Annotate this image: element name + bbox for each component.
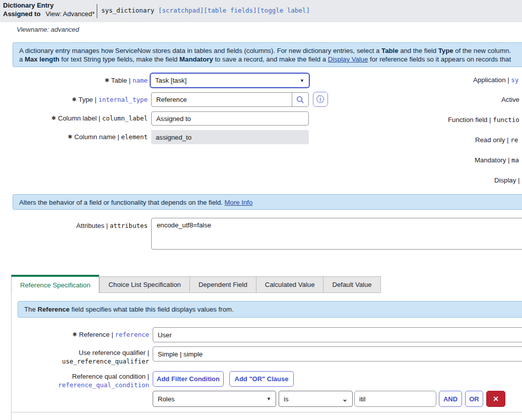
info-bold-table: Table	[381, 47, 398, 54]
condition-and-button[interactable]: AND	[439, 391, 462, 407]
section-divider	[11, 412, 522, 412]
chevron-down-icon: ▼	[300, 78, 304, 83]
info-text: and the field	[399, 47, 438, 54]
display-value-link[interactable]: Display Value	[328, 55, 368, 63]
condition-operator-select[interactable]: is ⌄	[279, 391, 353, 407]
breadcrumb: sys_dictionary [scratchpad][table fields…	[101, 7, 310, 14]
type-field-label: ✱Type | internal_type	[0, 92, 148, 107]
mandatory-field-label: Mandatory | ma	[475, 156, 522, 164]
reference-info-message: The Reference field specifies what table…	[18, 301, 522, 318]
info-text: of the new column.	[453, 47, 511, 54]
mandatory-icon: ✱	[68, 134, 72, 140]
table-name-text: sys_dictionary	[101, 7, 158, 14]
tab-default-value[interactable]: Default Value	[323, 276, 380, 293]
header-divider	[97, 4, 97, 18]
record-name: Assigned to	[3, 10, 40, 18]
column-label-value: Assigned to	[156, 115, 191, 123]
close-icon: ✕	[493, 395, 499, 403]
dictionary-info-message: A dictionary entry manages how ServiceNo…	[13, 42, 522, 67]
info-bold-reference: Reference	[37, 306, 70, 313]
function-field-label: Function field | functio	[448, 116, 522, 124]
application-field-label: Application | sy	[473, 76, 522, 84]
info-text: a	[19, 55, 25, 63]
type-info-button[interactable]: ⓘ	[313, 92, 328, 107]
header-tags[interactable]: [scratchpad][table fields][toggle label]	[158, 7, 310, 14]
mandatory-icon: ✱	[51, 115, 56, 121]
condition-field-select[interactable]: Roles ▼	[153, 391, 276, 407]
column-name-field-label: ✱Column name | element	[0, 130, 148, 144]
more-info-link[interactable]: More Info	[225, 199, 253, 206]
tab-calculated-value[interactable]: Calculated Value	[256, 276, 324, 293]
chevron-down-icon: ⌄	[342, 395, 348, 403]
condition-value-text: itil	[359, 395, 365, 403]
table-select[interactable]: Task [task] ▼	[150, 73, 310, 88]
display-field-label: Display |	[494, 176, 522, 184]
mandatory-icon: ✱	[72, 331, 77, 337]
reference-input[interactable]: User	[153, 327, 522, 342]
use-reference-qualifier-select[interactable]: Simple | simple	[153, 346, 522, 362]
condition-or-button[interactable]: OR	[465, 391, 483, 407]
info-text: A dictionary entry manages how ServiceNo…	[19, 47, 381, 54]
view-indicator: View: Advanced*	[45, 10, 94, 18]
condition-delete-button[interactable]: ✕	[486, 391, 505, 407]
info-bold-mandatory: Mandatory	[179, 55, 213, 63]
condition-field-value: Roles	[158, 395, 175, 403]
header-bar: Dictionary Entry Assigned toView: Advanc…	[0, 0, 522, 22]
tab-dependent-field[interactable]: Dependent Field	[190, 276, 256, 293]
info-bold-maxlength: Max length	[25, 55, 59, 63]
tab-reference-specification[interactable]: Reference Specification	[11, 275, 99, 293]
attributes-field-label: Attributes | attributes	[0, 219, 148, 230]
reference-qual-condition-label: Reference qual condition | reference_qua…	[0, 372, 149, 389]
add-or-clause-button[interactable]: Add "OR" Clause	[229, 371, 294, 387]
info-text: for reference fields so it appears on re…	[368, 55, 511, 63]
record-subtitle: Assigned toView: Advanced*	[3, 10, 95, 18]
column-name-value: assigned_to	[156, 134, 191, 141]
column-label-input[interactable]: Assigned to	[151, 111, 309, 126]
page-title: Dictionary Entry	[3, 2, 53, 9]
column-label-field-label: ✱Column label | column_label	[0, 111, 148, 126]
viewname-label: Viewname: advanced	[17, 26, 79, 33]
info-text: The	[24, 306, 37, 313]
info-text: Alters the behavior of a field or functi…	[19, 199, 225, 206]
type-input[interactable]: Reference	[151, 92, 309, 107]
info-text: field specifies what table this field di…	[70, 306, 233, 313]
info-bold-type: Type	[438, 47, 453, 54]
table-field-label: ✱Table | name	[0, 74, 148, 88]
info-icon: ⓘ	[316, 94, 324, 105]
attributes-info-message: Alters the behavior of a field or functi…	[13, 194, 522, 210]
add-filter-condition-button[interactable]: Add Filter Condition	[153, 371, 224, 387]
form-tabs: Reference Specification Choice List Spec…	[11, 275, 381, 293]
info-text: for text String type fields, make the fi…	[59, 55, 179, 63]
qualifier-value: Simple | simple	[158, 350, 203, 358]
info-text: to save a record, and make the field a	[213, 55, 328, 63]
column-name-readonly-field: assigned_to	[151, 130, 309, 144]
active-field-label: Active	[501, 96, 522, 103]
chevron-down-icon: ▼	[267, 396, 271, 401]
condition-operator-value: is	[284, 395, 289, 403]
attributes-textarea[interactable]: encode_utf8=false	[151, 218, 522, 250]
mandatory-icon: ✱	[72, 96, 77, 102]
read-only-field-label: Read only | re	[475, 136, 522, 144]
reference-field-label: ✱Reference | reference	[0, 327, 149, 342]
condition-value-input[interactable]: itil	[354, 391, 436, 407]
tab-choice-list-specification[interactable]: Choice List Specification	[99, 276, 190, 293]
type-lookup-button[interactable]	[292, 93, 308, 106]
use-reference-qualifier-label: Use reference qualifier | use_reference_…	[0, 348, 149, 366]
search-icon	[296, 96, 304, 104]
dictionary-entry-page: Dictionary Entry Assigned toView: Advanc…	[0, 0, 522, 420]
mandatory-icon: ✱	[104, 77, 109, 83]
type-input-value: Reference	[156, 96, 187, 103]
reference-value: User	[158, 331, 172, 339]
table-select-value: Task [task]	[155, 77, 186, 84]
